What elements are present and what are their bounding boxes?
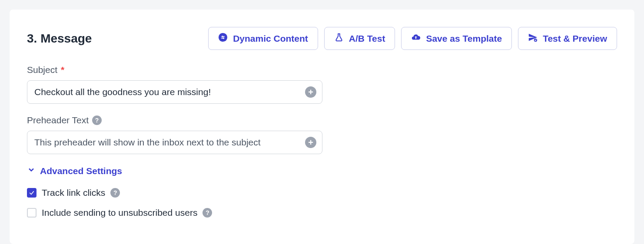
button-label: Dynamic Content — [233, 33, 308, 44]
flask-icon — [334, 33, 344, 44]
svg-point-0 — [219, 33, 227, 42]
test-preview-button[interactable]: Test & Preview — [518, 27, 617, 50]
preheader-input[interactable] — [27, 131, 322, 154]
plus-icon[interactable]: + — [305, 137, 316, 148]
paper-plane-icon — [528, 33, 538, 44]
toggle-label: Advanced Settings — [40, 166, 122, 176]
chevron-down-icon — [27, 165, 36, 176]
subject-field-group: Subject * + — [27, 65, 617, 104]
preheader-field-group: Preheader Text ? + — [27, 115, 617, 154]
track-links-row: Track link clicks ? — [27, 188, 617, 198]
message-card: 3. Message Dynamic Content A/B Test Save… — [10, 10, 634, 244]
help-icon[interactable]: ? — [202, 208, 212, 218]
advanced-settings-toggle[interactable]: Advanced Settings — [27, 165, 122, 176]
include-unsub-checkbox[interactable] — [27, 208, 37, 218]
preheader-input-wrap: + — [27, 131, 322, 154]
preheader-label: Preheader Text ? — [27, 115, 617, 125]
section-title: 3. Message — [27, 32, 92, 46]
plus-icon[interactable]: + — [305, 86, 316, 98]
ab-test-button[interactable]: A/B Test — [324, 27, 395, 50]
include-unsub-label: Include sending to unsubscribed users — [42, 208, 197, 218]
swap-icon — [218, 33, 228, 44]
label-text: Preheader Text — [27, 115, 89, 125]
cloud-upload-icon — [411, 33, 421, 44]
subject-input[interactable] — [27, 80, 322, 104]
button-label: Test & Preview — [543, 33, 607, 44]
help-icon[interactable]: ? — [110, 188, 120, 198]
include-unsub-row: Include sending to unsubscribed users ? — [27, 208, 617, 218]
dynamic-content-button[interactable]: Dynamic Content — [208, 27, 318, 50]
label-text: Subject — [27, 65, 57, 75]
action-bar: Dynamic Content A/B Test Save as Templat… — [208, 27, 617, 50]
track-links-label: Track link clicks — [42, 188, 105, 198]
subject-label: Subject * — [27, 65, 617, 75]
save-template-button[interactable]: Save as Template — [401, 27, 512, 50]
header-row: 3. Message Dynamic Content A/B Test Save… — [27, 27, 617, 50]
required-asterisk: * — [61, 65, 64, 75]
help-icon[interactable]: ? — [92, 115, 102, 125]
button-label: Save as Template — [426, 33, 502, 44]
subject-input-wrap: + — [27, 80, 322, 104]
button-label: A/B Test — [349, 33, 385, 44]
track-links-checkbox[interactable] — [27, 188, 37, 198]
